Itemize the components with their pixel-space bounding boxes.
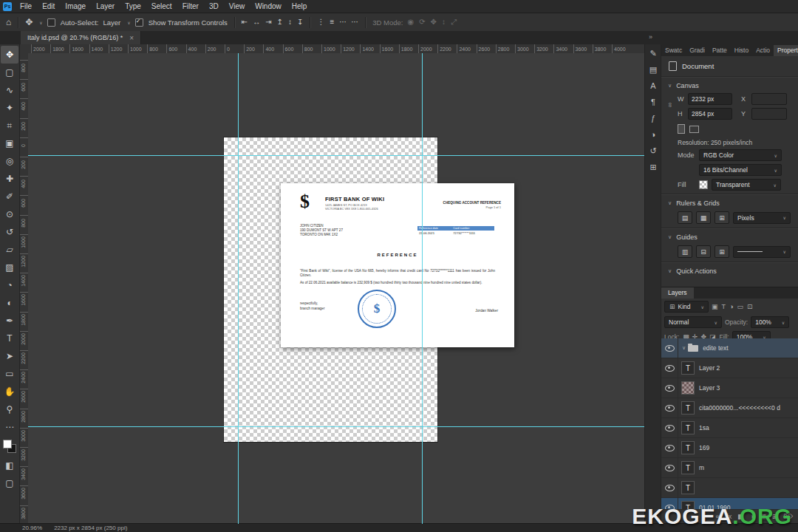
menu-item-layer[interactable]: Layer (91, 0, 120, 13)
layer-visibility-toggle[interactable] (661, 338, 678, 358)
align-right-edges-icon[interactable]: ⇥ (265, 18, 271, 26)
panel-tab-patte[interactable]: Patte (709, 45, 731, 56)
guide-vertical[interactable] (238, 53, 239, 524)
align-left-edges-icon[interactable]: ⇤ (242, 18, 248, 26)
layers-tab[interactable]: Layers (661, 287, 694, 299)
foreground-background-swatches[interactable] (3, 440, 16, 453)
layer-visibility-toggle[interactable] (661, 418, 678, 437)
collapse-panels-icon[interactable]: » (649, 33, 651, 41)
history-brush-tool[interactable]: ↺ (1, 223, 18, 241)
menu-item-3d[interactable]: 3D (204, 0, 224, 13)
menu-item-help[interactable]: Help (287, 0, 313, 13)
menu-item-view[interactable]: View (224, 0, 250, 13)
rulers-grids-section-header[interactable]: ∨ Rulers & Grids (661, 196, 798, 209)
clone-stamp-tool[interactable]: ⊙ (1, 205, 18, 223)
brush-tool[interactable]: ✐ (1, 188, 18, 205)
menu-item-filter[interactable]: Filter (177, 0, 204, 13)
layer-row[interactable]: Tcita0000000...<<<<<<<<<0 d (661, 398, 798, 418)
history-panel-icon[interactable]: ↺ (649, 147, 656, 155)
clear-guides-icon[interactable]: ⊞ (715, 245, 729, 258)
color-mode-dropdown[interactable]: RGB Color ∨ (699, 149, 782, 161)
layer-visibility-toggle[interactable] (661, 438, 678, 457)
layer-row[interactable]: T (661, 478, 798, 498)
auto-select-checkbox[interactable] (47, 18, 55, 27)
filter-adjustment-layers-icon[interactable]: ◑ (729, 303, 734, 310)
document-page[interactable]: $ FIRST BANK OF WIKI 1425 JAMES ST, PO B… (281, 183, 514, 347)
guide-horizontal[interactable] (28, 426, 644, 427)
eraser-tool[interactable]: ▱ (1, 241, 18, 259)
more-options-icon[interactable]: ⋯ (351, 18, 358, 26)
toggle-rulers-icon[interactable]: ▤ (678, 211, 692, 224)
frame-tool[interactable]: ▣ (1, 134, 18, 152)
filter-shape-layers-icon[interactable]: ▭ (736, 303, 744, 310)
filter-type-layers-icon[interactable]: T (721, 303, 727, 310)
gradient-tool[interactable]: ▨ (1, 259, 18, 276)
pen-tool[interactable]: ✒ (1, 312, 18, 330)
paragraph-panel-icon[interactable]: ¶ (651, 98, 655, 106)
guide-horizontal[interactable] (28, 155, 644, 156)
landscape-orientation-button[interactable] (689, 126, 699, 133)
glyphs-panel-icon[interactable]: ƒ (651, 115, 655, 123)
lasso-tool[interactable]: ∿ (1, 81, 18, 99)
filter-smart-objects-icon[interactable]: ⊡ (746, 303, 754, 310)
crop-tool[interactable]: ⌗ (1, 117, 18, 134)
auto-select-dropdown[interactable]: Layer ∨ (103, 18, 130, 27)
info-panel-icon[interactable]: ⊞ (649, 163, 656, 171)
menu-item-window[interactable]: Window (250, 0, 287, 13)
magic-wand-tool[interactable]: ✦ (1, 99, 18, 117)
link-dimensions-icon[interactable]: ∞ (666, 103, 674, 107)
layer-row[interactable]: Tm (661, 458, 798, 478)
zoom-level-field[interactable]: 20.96% (22, 525, 42, 531)
quick-mask-button[interactable]: ◧ (1, 457, 18, 474)
type-tool[interactable]: T (1, 330, 18, 347)
panel-tab-gradi[interactable]: Gradi (686, 45, 709, 56)
zoom-tool[interactable]: ⚲ (1, 400, 18, 418)
lock-guides-icon[interactable]: ⊟ (696, 245, 711, 258)
layer-visibility-toggle[interactable] (661, 358, 678, 378)
layer-visibility-toggle[interactable] (661, 458, 678, 477)
layer-filter-kind-dropdown[interactable]: ⊞ Kind ∨ (664, 301, 709, 313)
screen-mode-button[interactable]: ▢ (1, 474, 18, 492)
edit-toolbar-button[interactable]: ⋯ (1, 418, 18, 436)
brush-settings-panel-icon[interactable]: ✎ (649, 50, 656, 58)
layer-row[interactable]: T169 (661, 438, 798, 458)
menu-item-select[interactable]: Select (146, 0, 177, 13)
snap-icon[interactable]: ⊞ (715, 211, 729, 224)
quick-actions-section-header[interactable]: ∨ Quick Actions (661, 264, 798, 277)
eyedropper-tool[interactable]: ◎ (1, 152, 18, 170)
marquee-tool[interactable]: ▢ (1, 64, 18, 81)
layer-row[interactable]: T1sa (661, 418, 798, 438)
fill-dropdown[interactable]: Transparent ∨ (712, 179, 781, 191)
libraries-panel-icon[interactable]: ▤ (649, 66, 657, 74)
blur-tool[interactable]: ◔ (1, 276, 18, 294)
align-horizontal-centers-icon[interactable]: ↔ (253, 18, 260, 26)
show-transform-checkbox[interactable] (135, 18, 143, 27)
dodge-tool[interactable]: ◐ (1, 294, 18, 312)
layer-row[interactable]: TLayer 2 (661, 358, 798, 378)
width-field[interactable]: 2232 px (688, 93, 732, 105)
align-vertical-centers-icon[interactable]: ↕ (288, 18, 292, 26)
layer-row[interactable]: ∨edite text (661, 338, 798, 358)
move-tool[interactable]: ✥ (1, 46, 18, 64)
align-bottom-edges-icon[interactable]: ↧ (297, 18, 303, 26)
height-field[interactable]: 2854 px (688, 108, 732, 120)
menu-item-edit[interactable]: Edit (37, 0, 60, 13)
auto-select-checkbox-group[interactable]: Auto-Select: (47, 18, 99, 27)
shape-tool[interactable]: ▭ (1, 365, 18, 383)
filter-pixel-layers-icon[interactable]: ▣ (711, 303, 719, 310)
distribute-spacing-icon[interactable]: ⋯ (339, 18, 347, 26)
current-tool-indicator[interactable]: ✥ ∨ (25, 18, 42, 27)
bit-depth-dropdown[interactable]: 16 Bits/Channel ∨ (699, 164, 782, 176)
distribute-vertical-icon[interactable]: ⋮ (317, 18, 324, 26)
distribute-horizontal-icon[interactable]: ≡ (330, 18, 334, 26)
layer-row[interactable]: Layer 3 (661, 378, 798, 398)
ruler-units-dropdown[interactable]: Pixels∨ (733, 212, 791, 224)
document-tab[interactable]: Italy id.psd @ 20.7% (RGB/16) * × (21, 31, 141, 44)
guide-style-dropdown[interactable]: ∨ (733, 246, 791, 258)
show-transform-checkbox-group[interactable]: Show Transform Controls (135, 18, 228, 27)
menu-item-image[interactable]: Image (60, 0, 91, 13)
menu-item-file[interactable]: File (15, 0, 37, 13)
canvas-area[interactable]: $ FIRST BANK OF WIKI 1425 JAMES ST, PO B… (28, 53, 644, 524)
align-top-edges-icon[interactable]: ↥ (277, 18, 283, 26)
panel-tab-histo[interactable]: Histo (731, 45, 752, 56)
